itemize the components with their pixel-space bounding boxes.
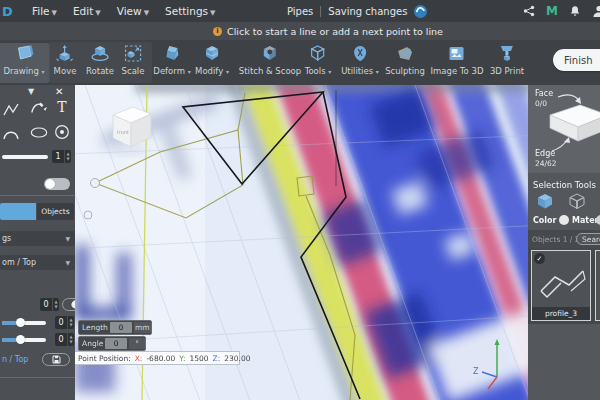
rotate-stepper[interactable]: 0 ▲▼ [40,298,59,311]
color-swatch[interactable] [559,215,569,225]
point-position-label: Point Position: [78,354,131,363]
layer-dropdown[interactable]: gs ▼ [0,231,75,246]
chevron-down-icon: ▼ [65,235,70,242]
tool-drawing[interactable]: Drawing ▾ [0,43,50,83]
save-profile-button[interactable] [42,353,70,366]
menu-file[interactable]: File▼ [32,5,57,17]
polyline-tool-icon[interactable] [2,101,20,119]
snap-toggle[interactable] [44,178,70,190]
stepper-arrows-icon[interactable]: ▲▼ [52,298,59,311]
tool-rotate[interactable]: Rotate [86,43,114,83]
face-count: 0/0 [535,99,547,108]
project-status: Pipes Saving changes [287,0,427,22]
angle-value-field[interactable]: 0 [105,338,127,349]
stepper-arrows-icon[interactable]: ▲▼ [67,333,74,346]
menu-bar: D File▼ Edit▼ View▼ Settings▼ Pipes Savi… [0,0,600,22]
angle-unit: ° [129,338,145,349]
tab-objects[interactable]: Objects [37,203,74,220]
menu-edit[interactable]: Edit▼ [73,5,101,17]
face-label: Face [535,89,553,98]
object-card-profile3[interactable]: ✓ profile_3 [531,250,591,321]
z-value: 230.00 [224,354,250,363]
search-button[interactable]: Search [576,233,600,245]
menu-view[interactable]: View▼ [117,5,149,17]
plane-dropdown[interactable]: om / Top ▼ [0,255,75,270]
select-edge-tool[interactable] [568,193,586,214]
objects-row: Objects 1 / 2 Search [528,230,600,248]
save-icon [52,355,61,364]
plane-link[interactable]: n / Top [2,355,28,364]
saving-status: Saving changes [328,6,407,17]
tool-modify[interactable]: Modify ▾ [195,43,229,83]
y-value: 1500 [189,354,208,363]
chevron-down-icon: ▼ [210,9,215,17]
text-tool-icon[interactable]: T [53,98,71,116]
point-position-bar: Point Position: X: -680.00 Y: 1500 Z: 23… [75,351,240,365]
close-icon[interactable]: ✕ [55,86,63,97]
share-icon[interactable] [523,5,535,17]
profile-thumbnail-icon [533,257,591,309]
z-axis-label: Z: [213,354,221,363]
stitch-scoop-icon [260,43,280,63]
angle-input-box[interactable]: Angle 0 ° [78,336,146,351]
panel-collapse-icon[interactable]: ▼ [28,87,34,96]
menu-settings[interactable]: Settings▼ [165,5,215,17]
color-label: Color [533,216,557,225]
arc-tool-icon[interactable] [2,125,20,143]
offset-y-stepper[interactable]: 0 ▲▼ [55,333,74,346]
m-logo-icon[interactable]: M [546,4,558,18]
app-logo[interactable]: D [2,4,16,19]
chevron-down-icon: ▾ [376,68,379,75]
offset-x-stepper[interactable]: 0 ▲▼ [55,316,74,329]
angle-label: Angle [82,339,103,348]
finish-button[interactable]: Finish [553,49,600,71]
nav-cube-label: front [117,129,129,135]
main-toolbar: Drawing ▾ Move Rotate Scale Deform ▾ Mod… [0,40,600,85]
offset-x-slider[interactable] [2,321,46,325]
chevron-down-icon: ▾ [226,68,229,75]
chevron-down-icon: ▾ [328,68,331,75]
user-icon[interactable] [592,4,600,18]
drawing-icon [14,43,34,63]
x-value: -680.00 [146,354,175,363]
utilities-icon [350,43,370,63]
object-card-next[interactable] [595,250,600,321]
stepper-arrows-icon[interactable]: ▲▼ [64,150,71,163]
selection-tools-title: Selection Tools [533,180,596,190]
viewport-3d[interactable]: front Z Length 0 mm Angle 0 ° Point Posi… [75,85,528,400]
tool-deform[interactable]: Deform ▾ [153,43,190,83]
stroke-stepper[interactable]: 1 ▲▼ [52,150,71,163]
tool-utilities[interactable]: Utilities ▾ [341,43,379,83]
offset-y-slider[interactable] [2,338,46,342]
select-face-tool[interactable] [536,193,554,214]
length-input-box[interactable]: Length 0 mm [78,320,152,335]
separator [320,6,321,17]
ellipse-tool-icon[interactable] [30,123,48,141]
chevron-down-icon: ▼ [95,9,100,17]
chevron-down-icon: ▼ [65,259,70,266]
tool-stitch-scoop[interactable]: Stitch & Scoop [239,43,301,83]
hint-bar: i Click to start a line or add a next po… [0,22,600,40]
tools-icon [308,43,328,63]
stepper-arrows-icon[interactable]: ▲▼ [67,316,74,329]
chevron-down-icon: ▾ [188,68,191,75]
chevron-down-icon: ▼ [144,9,149,17]
modify-icon [202,43,222,63]
material-swatch[interactable] [596,215,600,225]
bell-icon[interactable] [569,5,581,17]
app-window: D File▼ Edit▼ View▼ Settings▼ Pipes Savi… [0,0,600,400]
tool-scale[interactable]: Scale [122,43,145,83]
length-value-field[interactable]: 0 [110,322,132,333]
project-name[interactable]: Pipes [287,6,313,17]
tool-move[interactable]: Move [54,43,77,83]
stroke-slider[interactable] [2,155,48,159]
image-to-3d-icon [447,43,467,63]
tool-3d-print[interactable]: 3D Print [490,43,524,83]
tool-image-to-3d[interactable]: Image To 3D [431,43,484,83]
tool-sculpting[interactable]: Sculpting [385,43,425,83]
point-tool-icon[interactable] [53,123,71,141]
tool-tools[interactable]: Tools ▾ [305,43,332,83]
curve-tool-icon[interactable] [30,99,48,117]
objects-counter: Objects 1 / 2 [532,235,580,244]
tab-drawing-mode[interactable] [0,203,36,220]
